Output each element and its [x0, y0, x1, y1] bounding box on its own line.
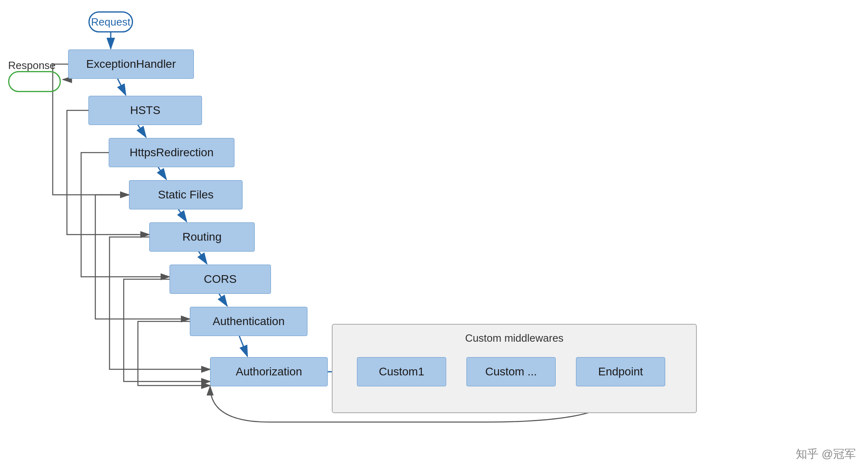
svg-line-9: [199, 252, 207, 264]
exception-handler-box: ExceptionHandler: [68, 50, 194, 79]
hsts-box: HSTS: [88, 96, 202, 125]
svg-line-7: [158, 167, 166, 179]
authentication-box: Authentication: [190, 307, 307, 336]
svg-line-11: [239, 336, 247, 356]
cors-box: CORS: [170, 265, 271, 294]
routing-box: Routing: [149, 222, 255, 252]
custom1-box: Custom1: [357, 357, 446, 386]
endpoint-box: Endpoint: [576, 357, 665, 386]
custom-dots-box: Custom ...: [466, 357, 556, 386]
https-redirection-box: HttpsRedirection: [109, 138, 234, 167]
svg-line-6: [138, 125, 146, 137]
custom-group-label: Custom middlewares: [465, 332, 564, 345]
svg-line-5: [118, 79, 126, 95]
svg-line-10: [219, 294, 227, 306]
diagram-container: Request Response ExceptionHandler HSTS H…: [0, 0, 868, 474]
authorization-box: Authorization: [210, 357, 328, 386]
response-node: [8, 71, 61, 92]
svg-line-8: [178, 209, 187, 222]
static-files-box: Static Files: [129, 180, 243, 209]
request-node: Request: [88, 11, 133, 32]
response-label: Response: [8, 59, 56, 72]
watermark: 知乎 @冠军: [796, 446, 856, 462]
